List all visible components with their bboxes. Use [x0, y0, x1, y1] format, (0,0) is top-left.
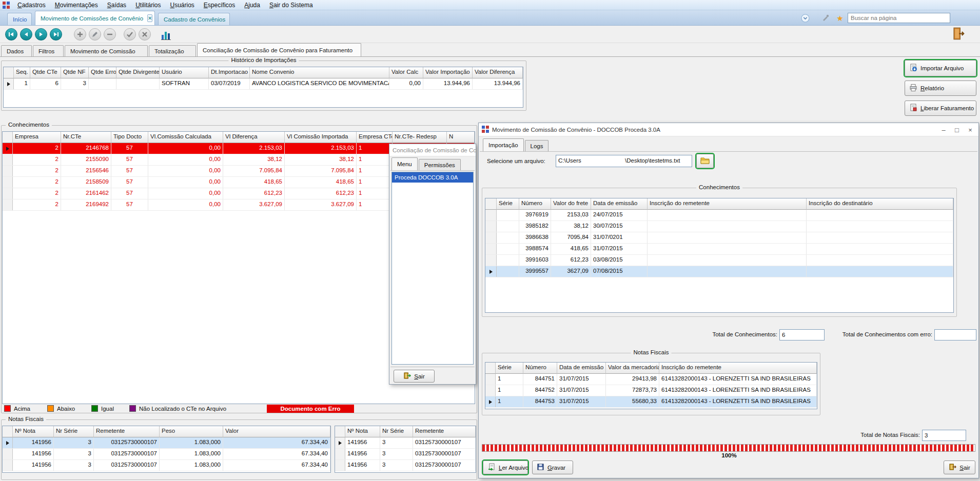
- tab-logs[interactable]: Logs: [525, 140, 549, 151]
- close-tab-icon[interactable]: ✕: [147, 14, 152, 22]
- tab-label: Filtros: [38, 48, 54, 54]
- nav-first-button[interactable]: [5, 28, 17, 41]
- table-row[interactable]: 1 844752 31/07/2015 72873,73 61413282000…: [485, 385, 817, 396]
- notas-fiscais-title: Notas Fiscais: [6, 416, 46, 422]
- grid-header-row: Empresa Nr.CTe Tipo Docto Vl.Comissão Ca…: [3, 132, 475, 143]
- cell-inscricao-remetente: 61413282000143 - LORENZETTI SA IND BRASI…: [659, 374, 817, 385]
- nav-next-button[interactable]: [35, 28, 47, 41]
- table-row[interactable]: 141956 3 03125730000107 1.083,000 67.334…: [3, 437, 330, 449]
- table-row[interactable]: 3986638 7095,84 31/07/0201: [485, 232, 953, 244]
- menu-movimentacoes[interactable]: Movimentações: [50, 1, 103, 10]
- table-row[interactable]: 141956 3 03125730000107: [335, 449, 476, 460]
- table-row[interactable]: 141956 3 03125730000107: [335, 437, 476, 449]
- tab-inicio[interactable]: Início: [7, 13, 32, 25]
- gutter-header: [4, 67, 14, 78]
- file-path-input[interactable]: C:\Users \Desktop\testetms.txt: [556, 155, 692, 167]
- gravar-button[interactable]: Gravar: [532, 460, 573, 474]
- add-record-button[interactable]: [74, 28, 86, 41]
- edit-record-button[interactable]: [89, 28, 101, 41]
- legend-color-swatch: [47, 405, 54, 412]
- cell-qtde-divirgentes: [116, 78, 160, 89]
- delete-record-button[interactable]: [104, 28, 116, 41]
- menu-list[interactable]: Proceda DOCCOB 3.0A: [391, 172, 474, 365]
- relatorio-button[interactable]: Relatório: [905, 81, 976, 96]
- table-row[interactable]: 141956 3 03125730000107 1.083,000 67.334…: [3, 449, 330, 460]
- cell-serie: [497, 255, 519, 266]
- tools-icon[interactable]: [821, 13, 830, 23]
- liberar-faturamento-button[interactable]: Liberar Faturamento: [905, 101, 976, 116]
- tab-importacao[interactable]: Importação: [483, 138, 524, 151]
- table-row[interactable]: 3999557 3627,09 07/08/2015: [485, 266, 953, 277]
- list-item-proceda-doccob[interactable]: Proceda DOCCOB 3.0A: [392, 172, 473, 183]
- menu-utilitarios[interactable]: Utilitários: [131, 1, 165, 10]
- close-button[interactable]: ×: [964, 125, 976, 134]
- grid-header-row: Nº Nota Nr Série Remetente Peso Valor: [3, 426, 330, 437]
- chevron-down-icon[interactable]: [800, 13, 810, 23]
- confirm-button[interactable]: [124, 28, 136, 41]
- menu-sair-do-sistema[interactable]: Sair do Sistema: [265, 1, 318, 10]
- total-conhecimentos-input[interactable]: 6: [779, 329, 825, 340]
- table-row[interactable]: 1 6 3 SOFTRAN 03/07/2019 AVANCO LOGISTIC…: [4, 78, 523, 90]
- chart-button[interactable]: [160, 29, 172, 41]
- col-numero: Número: [519, 198, 551, 210]
- nav-prev-button[interactable]: [20, 28, 32, 41]
- table-row[interactable]: 3985182 38,12 30/07/2015: [485, 221, 953, 232]
- cell-nr-cte: 2161462: [61, 188, 111, 199]
- cell-serie: 1: [496, 374, 523, 385]
- open-folder-icon: [700, 157, 710, 165]
- table-row[interactable]: 3988574 418,65 31/07/2015: [485, 244, 953, 255]
- cell-valor: 67.334,40: [223, 460, 330, 471]
- menu-cadastros[interactable]: Cadastros: [13, 1, 50, 10]
- cell-valor-frete: 418,65: [551, 244, 591, 254]
- cancel-button[interactable]: [139, 28, 151, 41]
- menu-saidas[interactable]: Saídas: [103, 1, 131, 10]
- search-input[interactable]: [848, 13, 950, 23]
- tab-filtros[interactable]: Filtros: [33, 45, 64, 56]
- progress-percent: 100%: [479, 452, 979, 458]
- minimize-button[interactable]: –: [937, 125, 950, 134]
- tab-dados[interactable]: Dados: [1, 45, 32, 56]
- sair-button[interactable]: Sair: [394, 370, 435, 383]
- tab-totalizacao[interactable]: Totalização: [149, 45, 196, 56]
- nav-last-button[interactable]: [50, 28, 62, 41]
- importar-arquivo-button[interactable]: Importar Arquivo: [905, 60, 976, 76]
- cell-vl-comissao-importada: 38,12: [285, 154, 357, 165]
- exit-system-icon[interactable]: [951, 27, 967, 41]
- cell-remetente: 03125730000107: [94, 460, 160, 471]
- tab-menu[interactable]: Menu: [391, 157, 418, 170]
- cell-remetente: 03125730000107: [413, 449, 476, 459]
- tab-cadastro-convenios[interactable]: Cadastro de Convênios: [158, 13, 230, 25]
- maximize-button[interactable]: □: [951, 125, 963, 134]
- total-notas-input[interactable]: 3: [922, 430, 966, 441]
- favorite-star-icon[interactable]: ★: [835, 13, 845, 23]
- table-row[interactable]: 141956 3 03125730000107: [335, 460, 476, 471]
- cell-empresa-cte: 1: [357, 143, 393, 154]
- row-gutter: [3, 154, 13, 165]
- tab-movimento-de-comissao[interactable]: Movimento de Comissão: [65, 45, 148, 56]
- table-row[interactable]: 1 844751 31/07/2015 29413,98 61413282000…: [485, 374, 817, 385]
- table-row[interactable]: 3991603 612,23 03/08/2015: [485, 255, 953, 266]
- tab-conciliacao[interactable]: Conciliação de Comissão de Convênio para…: [197, 43, 361, 56]
- total-conhecimentos-erro-input[interactable]: [934, 329, 976, 340]
- tab-movimento-comissoes[interactable]: Movimento de Comissões de Convênio ✕: [35, 11, 155, 25]
- sair-button[interactable]: Sair: [944, 460, 975, 474]
- menu-ajuda[interactable]: Ajuda: [240, 1, 265, 10]
- menu-especificos[interactable]: Específicos: [199, 1, 240, 10]
- row-gutter: [3, 460, 13, 471]
- col-data-emissao: Data de emissão: [591, 198, 648, 210]
- table-row[interactable]: 3976919 2153,03 24/07/2015: [485, 210, 953, 221]
- cell-nome-convenio: AVANCO LOGISTICA SERVICO DE MOVIMENTACAO: [250, 78, 389, 89]
- table-row[interactable]: 1 844753 31/07/2015 55680,33 61413282000…: [485, 396, 817, 408]
- menu-usuarios[interactable]: Usuários: [165, 1, 199, 10]
- browse-file-button[interactable]: [696, 154, 714, 168]
- cell-numero: 3976919: [519, 210, 551, 221]
- cell-inscricao-destinatario: [807, 266, 953, 277]
- tab-permissoes[interactable]: Permissões: [419, 159, 461, 170]
- cell-qtde-erro: [89, 78, 116, 89]
- ler-arquivo-button[interactable]: Ler Arquivo: [483, 460, 528, 474]
- col-empresa-cte: Empresa CTe: [357, 132, 393, 143]
- col-valor-frete: Valor do frete: [551, 198, 591, 210]
- cell-data-emissao: 31/07/2015: [591, 244, 648, 254]
- cell-serie: 1: [496, 396, 523, 407]
- table-row[interactable]: 141956 3 03125730000107 1.083,000 67.334…: [3, 460, 330, 471]
